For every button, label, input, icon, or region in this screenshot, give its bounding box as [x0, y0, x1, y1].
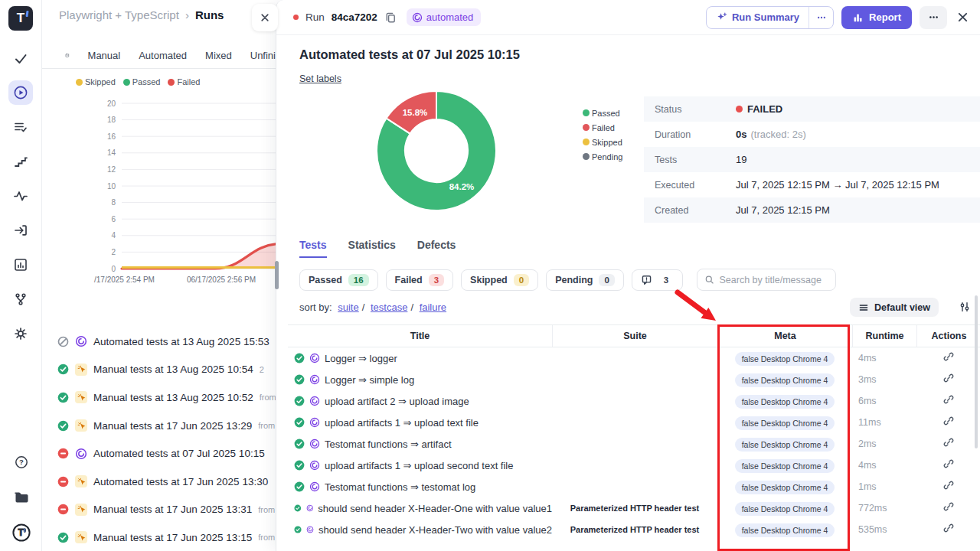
run-summary-button[interactable]: Run Summary	[707, 7, 808, 28]
test-row[interactable]: upload artifact 2 ⇒ upload image false D…	[288, 390, 980, 412]
sidebar-item-steps[interactable]	[8, 149, 33, 174]
run-list-item[interactable]: Automated tests at 07 Jul 2025 10:15	[57, 439, 276, 468]
run-list-item[interactable]: Manual tests at 17 Jun 2025 13:15from	[57, 523, 276, 551]
search-input[interactable]	[719, 275, 828, 285]
sidebar-item-runs[interactable]	[8, 80, 33, 105]
column-suite[interactable]: Suite	[552, 325, 717, 347]
close-runs-tab-button[interactable]	[252, 4, 278, 31]
comment-icon	[641, 274, 652, 285]
projects-button[interactable]	[9, 485, 34, 510]
column-runtime[interactable]: Runtime	[852, 325, 916, 347]
status-passed-icon	[294, 460, 305, 471]
info-row-created: Created Jul 7, 2025 12:15 PM	[644, 197, 980, 223]
run-id: 84ca7202	[332, 11, 377, 23]
status-failed-icon	[57, 504, 69, 515]
meta-badge: false Desktop Chrome 4	[735, 502, 835, 516]
annotation-arrow	[673, 288, 722, 326]
set-labels-link[interactable]: Set labels	[299, 73, 341, 84]
sort-suite-link[interactable]: suite	[338, 302, 358, 313]
tab-unfinished[interactable]: Unfini	[250, 50, 276, 61]
automated-test-icon	[309, 396, 320, 406]
link-icon[interactable]	[943, 351, 954, 362]
tab-manual[interactable]: Manual	[88, 50, 121, 61]
test-row[interactable]: upload artifacts 1 ⇒ upload text file fa…	[288, 412, 980, 433]
run-list-item[interactable]: Automated tests at 13 Aug 2025 15:53	[57, 328, 276, 356]
sidebar-item-pulse[interactable]	[8, 184, 33, 208]
sidebar-item-tests[interactable]	[8, 46, 33, 70]
view-settings-icon[interactable]	[959, 301, 971, 313]
test-row[interactable]: Logger ⇒ logger false Desktop Chrome 4 4…	[288, 347, 980, 369]
tab-mixed[interactable]: Mixed	[205, 50, 232, 61]
test-row[interactable]: upload artifacts 1 ⇒ upload second text …	[288, 455, 980, 476]
detail-scrollbar[interactable]	[975, 295, 978, 448]
runs-panel-scrollbar[interactable]	[275, 261, 279, 289]
tab-defects[interactable]: Defects	[417, 239, 456, 258]
profile-avatar[interactable]: T	[9, 520, 34, 545]
link-icon[interactable]	[943, 480, 954, 491]
filter-comments[interactable]: 3	[632, 269, 683, 291]
run-list-item[interactable]: Manual tests at 13 Aug 2025 10:542	[57, 356, 276, 384]
filter-failed[interactable]: Failed3	[386, 269, 454, 291]
sidebar-item-branches[interactable]	[8, 287, 33, 311]
sidebar-item-settings[interactable]	[8, 321, 33, 346]
breadcrumb-project[interactable]: Playwright + TypeScript	[59, 8, 179, 21]
status-value: FAILED	[747, 103, 782, 115]
run-list-item[interactable]: Manual tests at 17 Jun 2025 13:31from	[57, 496, 276, 524]
status-passed-icon	[294, 481, 305, 492]
link-icon[interactable]	[943, 458, 954, 469]
import-icon	[13, 223, 28, 238]
run-detail-header: Run 84ca7202 automated Run Summary Repor…	[276, 0, 980, 35]
runs-chart-legend: Skipped Passed Failed	[76, 77, 200, 86]
status-passed-icon	[57, 420, 69, 432]
filter-pending[interactable]: Pending0	[546, 269, 624, 291]
link-icon[interactable]	[943, 416, 954, 426]
search-box[interactable]	[697, 269, 836, 291]
filter-skipped[interactable]: Skipped0	[461, 269, 538, 291]
link-icon[interactable]	[943, 373, 954, 383]
meta-badge: false Desktop Chrome 4	[735, 481, 835, 494]
sort-failure-link[interactable]: failure	[420, 302, 446, 313]
test-row[interactable]: should send header X-Header-Two with val…	[288, 519, 980, 540]
copy-icon[interactable]	[384, 11, 397, 24]
run-list-item[interactable]: Automated tests at 17 Jun 2025 13:30	[57, 468, 276, 496]
test-row[interactable]: should send header X-Header-One with val…	[288, 497, 980, 519]
app-logo[interactable]: T	[8, 6, 33, 31]
status-passed-icon	[57, 364, 69, 375]
sidebar-item-analytics[interactable]	[8, 253, 33, 277]
automated-test-icon	[309, 481, 320, 492]
run-detail-panel: Run 84ca7202 automated Run Summary Repor…	[276, 0, 980, 551]
sidebar-item-test-plans[interactable]	[8, 115, 33, 139]
status-passed-icon	[294, 524, 302, 535]
run-list-item[interactable]: Manual tests at 17 Jun 2025 13:29from	[57, 412, 276, 440]
info-row-tests: Tests 19	[644, 147, 980, 172]
filter-passed[interactable]: Passed16	[299, 269, 378, 291]
test-row[interactable]: Logger ⇒ simple log false Desktop Chrome…	[288, 369, 980, 390]
more-actions-button[interactable]	[920, 6, 947, 29]
tab-statistics[interactable]: Statistics	[348, 239, 396, 258]
default-view-button[interactable]: Default view	[850, 298, 939, 317]
test-row[interactable]: Testomat functions ⇒ testomat log false …	[288, 476, 980, 497]
legend-pending: Pending	[583, 149, 622, 164]
link-icon[interactable]	[943, 437, 954, 448]
close-panel-icon[interactable]	[956, 11, 969, 24]
help-button[interactable]: ?	[9, 450, 34, 474]
column-actions[interactable]: Actions	[916, 325, 980, 347]
column-title[interactable]: Title	[288, 325, 552, 347]
status-canceled-icon	[57, 336, 69, 347]
run-list-item[interactable]: Manual tests at 13 Aug 2025 10:52from	[57, 383, 276, 412]
status-passed-icon	[294, 353, 305, 364]
link-icon[interactable]	[943, 501, 954, 512]
link-icon[interactable]	[943, 394, 954, 405]
run-summary-button-group: Run Summary	[706, 6, 834, 29]
tab-tests[interactable]: Tests	[299, 239, 327, 258]
run-summary-more-button[interactable]	[808, 7, 833, 28]
test-row[interactable]: Testomat functions ⇒ artifact false Desk…	[288, 433, 980, 455]
report-button[interactable]: Report	[841, 6, 912, 29]
svg-text:T: T	[18, 527, 24, 538]
tab-automated[interactable]: Automated	[139, 50, 187, 61]
sidebar-item-import[interactable]	[8, 218, 33, 243]
column-meta[interactable]: Meta	[717, 325, 852, 347]
sort-testcase-link[interactable]: testcase	[371, 302, 407, 313]
link-icon[interactable]	[943, 523, 954, 533]
select-runs-icon[interactable]	[65, 49, 70, 62]
